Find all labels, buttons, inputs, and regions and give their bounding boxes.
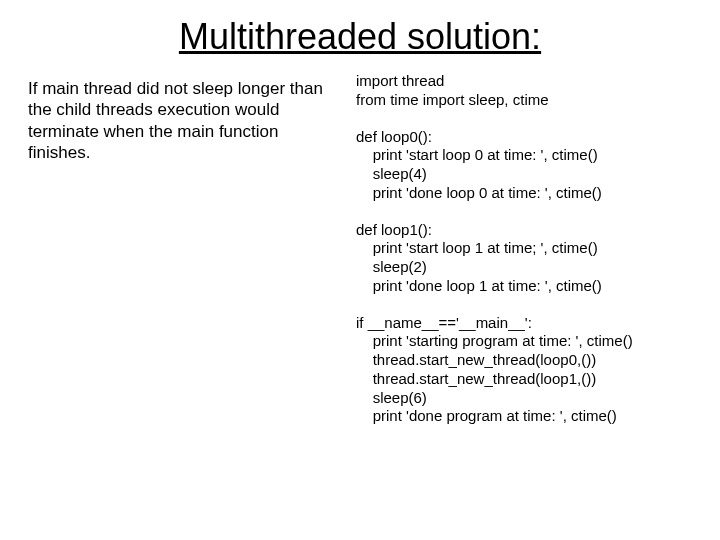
code-loop0: def loop0(): print 'start loop 0 at time… — [356, 128, 692, 203]
content-row: If main thread did not sleep longer than… — [28, 72, 692, 426]
code-column: import thread from time import sleep, ct… — [356, 72, 692, 426]
slide-title: Multithreaded solution: — [28, 16, 692, 58]
code-loop1: def loop1(): print 'start loop 1 at time… — [356, 221, 692, 296]
code-imports: import thread from time import sleep, ct… — [356, 72, 692, 110]
slide: Multithreaded solution: If main thread d… — [0, 0, 720, 540]
code-main: if __name__=='__main__': print 'starting… — [356, 314, 692, 427]
explanation-text: If main thread did not sleep longer than… — [28, 72, 328, 426]
